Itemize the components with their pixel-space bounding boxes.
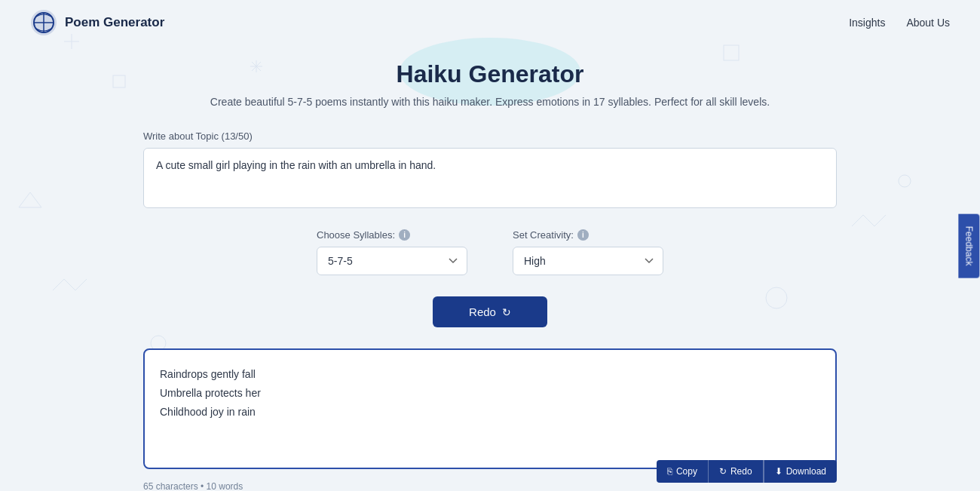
brand-title: Poem Generator bbox=[65, 15, 164, 30]
download-button[interactable]: ⬇ Download bbox=[764, 460, 837, 483]
copy-button[interactable]: ⎘ Copy bbox=[657, 460, 708, 483]
poem-redo-icon: ↻ bbox=[719, 466, 727, 477]
page-title: Haiku Generator bbox=[143, 60, 837, 88]
topic-label: Write about Topic (13/50) bbox=[143, 130, 837, 142]
redo-icon: ↻ bbox=[502, 306, 511, 318]
poem-container: Raindrops gently fall Umbrella protects … bbox=[143, 348, 837, 491]
poem-box: Raindrops gently fall Umbrella protects … bbox=[143, 348, 837, 469]
creativity-label: Set Creativity: i bbox=[513, 229, 663, 241]
creativity-select[interactable]: Low Medium High Very High bbox=[513, 247, 663, 275]
poem-actions: ⎘ Copy ↻ Redo ⬇ Download bbox=[657, 460, 837, 483]
poem-redo-button[interactable]: ↻ Redo bbox=[708, 460, 764, 483]
nav-about-us[interactable]: About Us bbox=[906, 17, 950, 29]
nav-insights[interactable]: Insights bbox=[849, 17, 885, 29]
navbar: Poem Generator Insights About Us bbox=[0, 0, 980, 45]
copy-icon: ⎘ bbox=[667, 466, 672, 477]
poem-line-2: Umbrella protects her bbox=[160, 384, 820, 403]
topic-input[interactable] bbox=[143, 148, 837, 208]
logo-icon bbox=[30, 9, 57, 36]
poem-stats: 65 characters • 10 words bbox=[143, 481, 243, 491]
redo-button[interactable]: Redo ↻ bbox=[433, 296, 547, 327]
brand: Poem Generator bbox=[30, 9, 164, 36]
syllables-select[interactable]: 5-7-5 7-5-7 Free Form bbox=[317, 247, 467, 275]
page-subtitle: Create beautiful 5-7-5 poems instantly w… bbox=[143, 96, 837, 108]
main-content: Haiku Generator Create beautiful 5-7-5 p… bbox=[128, 45, 852, 491]
svg-rect-12 bbox=[113, 75, 125, 87]
nav-links: Insights About Us bbox=[849, 17, 950, 29]
feedback-tab[interactable]: Feedback bbox=[959, 213, 980, 278]
syllables-info-icon: i bbox=[399, 229, 410, 241]
syllables-label: Choose Syllables: i bbox=[317, 229, 467, 241]
svg-point-10 bbox=[899, 175, 911, 187]
creativity-info-icon: i bbox=[577, 229, 589, 241]
download-icon: ⬇ bbox=[775, 466, 782, 477]
poem-line-3: Childhood joy in rain bbox=[160, 403, 820, 422]
controls-row: Choose Syllables: i 5-7-5 7-5-7 Free For… bbox=[143, 229, 837, 275]
poem-line-1: Raindrops gently fall bbox=[160, 365, 820, 384]
syllables-group: Choose Syllables: i 5-7-5 7-5-7 Free For… bbox=[317, 229, 467, 275]
redo-section: Redo ↻ bbox=[143, 296, 837, 327]
creativity-group: Set Creativity: i Low Medium High Very H… bbox=[513, 229, 663, 275]
svg-marker-6 bbox=[19, 192, 41, 207]
topic-section: Write about Topic (13/50) bbox=[143, 130, 837, 211]
